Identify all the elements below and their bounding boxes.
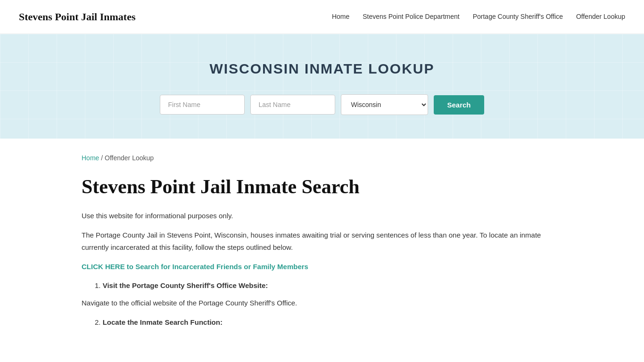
nav-sheriff[interactable]: Portage County Sheriff's Office (473, 11, 563, 22)
page-title: Stevens Point Jail Inmate Search (82, 175, 562, 198)
site-title: Stevens Point Jail Inmates (19, 8, 136, 25)
last-name-input[interactable] (250, 95, 335, 115)
first-name-input[interactable] (160, 95, 245, 115)
step-2-label: 2. Locate the Inmate Search Function: (95, 317, 562, 328)
intro-paragraph-1: Use this website for informational purpo… (82, 210, 562, 222)
breadcrumb-home-link[interactable]: Home (82, 154, 99, 162)
nav-police[interactable]: Stevens Point Police Department (363, 11, 459, 22)
step-1: 1. Visit the Portage County Sheriff's Of… (95, 280, 562, 291)
hero-section: WISCONSIN INMATE LOOKUP Wisconsin Search (0, 34, 644, 139)
nav-home[interactable]: Home (332, 11, 349, 22)
step-1-body: Navigate to the official website of the … (82, 297, 562, 309)
step-2: 2. Locate the Inmate Search Function: (95, 317, 562, 328)
step-1-label: 1. Visit the Portage County Sheriff's Of… (95, 280, 562, 291)
step-2-title: Locate the Inmate Search Function: (103, 318, 223, 326)
hero-title: WISCONSIN INMATE LOOKUP (9, 58, 635, 80)
breadcrumb-current: Offender Lookup (105, 154, 154, 162)
inmate-search-form: Wisconsin Search (9, 94, 635, 115)
main-nav: Home Stevens Point Police Department Por… (332, 11, 625, 22)
breadcrumb: Home / Offender Lookup (82, 153, 562, 163)
site-header: Stevens Point Jail Inmates Home Stevens … (0, 0, 644, 34)
nav-offender-lookup[interactable]: Offender Lookup (576, 11, 625, 22)
step-1-title: Visit the Portage County Sheriff's Offic… (103, 281, 268, 289)
breadcrumb-separator: / (101, 154, 103, 162)
step-1-number: 1. (95, 281, 101, 289)
main-content: Home / Offender Lookup Stevens Point Jai… (63, 139, 581, 362)
intro-paragraph-2: The Portage County Jail in Stevens Point… (82, 229, 562, 253)
step-2-number: 2. (95, 318, 101, 326)
search-cta-link[interactable]: CLICK HERE to Search for Incarcerated Fr… (82, 261, 308, 272)
state-select[interactable]: Wisconsin (341, 94, 428, 115)
search-button[interactable]: Search (434, 95, 484, 115)
